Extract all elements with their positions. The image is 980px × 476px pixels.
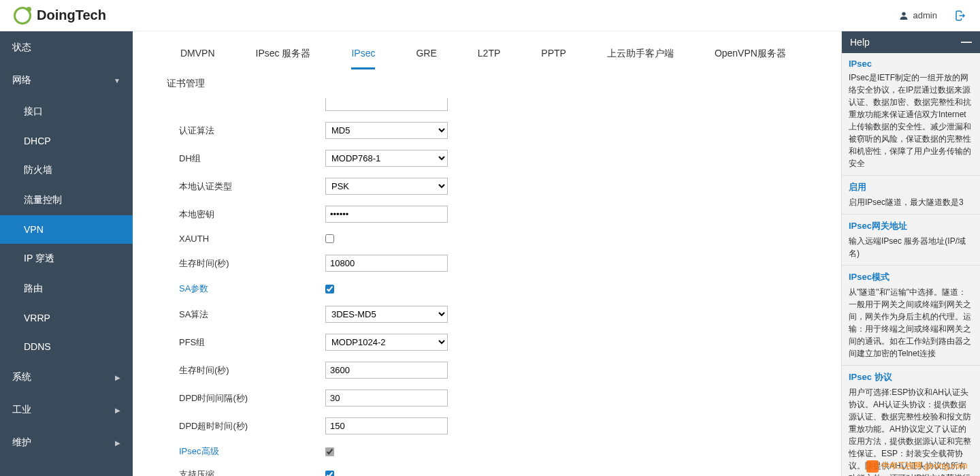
user-icon: [898, 10, 909, 21]
dpd-timeout-input[interactable]: [325, 417, 448, 434]
sidebar-item-vrrp[interactable]: VRRP: [0, 304, 133, 332]
tab-dmvpn[interactable]: DMVPN: [160, 38, 235, 69]
sidebar-item-dhcp[interactable]: DHCP: [0, 127, 133, 155]
sidebar-item-system[interactable]: 系统 ▶: [0, 361, 133, 394]
local-key-input[interactable]: [325, 206, 448, 223]
sa-lifetime-input[interactable]: [325, 362, 448, 379]
dh-group-select[interactable]: MODP768-1: [325, 150, 448, 167]
sidebar-item-maintain[interactable]: 维护 ▶: [0, 426, 133, 459]
sidebar-item-network[interactable]: 网络 ▼: [0, 64, 133, 97]
form-row-dpd-interval: DPD时间间隔(秒): [179, 390, 814, 407]
username: admin: [913, 10, 937, 20]
form-label: SA参数: [179, 283, 325, 295]
auth-algo-select[interactable]: MD5: [325, 122, 448, 139]
sidebar-item-traffic[interactable]: 流量控制: [0, 185, 133, 215]
form-label: 生存时间(秒): [179, 257, 325, 270]
local-auth-type-select[interactable]: PSK: [325, 178, 448, 195]
brand-name: DoingTech: [37, 7, 106, 23]
sidebar-item-ippt[interactable]: IP 穿透: [0, 244, 133, 274]
hidden-top-input[interactable]: [325, 98, 448, 111]
tab-gre[interactable]: GRE: [395, 38, 457, 69]
pfs-group-select[interactable]: MODP1024-2: [325, 334, 448, 351]
ipsec-adv-checkbox[interactable]: [325, 447, 334, 456]
logout-icon[interactable]: [954, 10, 966, 22]
tab-ipsec-server[interactable]: IPsec 服务器: [235, 38, 331, 69]
tab-openvpn[interactable]: OpenVPN服务器: [694, 38, 806, 69]
form-row-dh: DH组 MODP768-1: [179, 150, 814, 167]
content: DMVPN IPsec 服务器 IPsec GRE L2TP PPTP 上云助手…: [133, 31, 841, 476]
sidebar-item-route[interactable]: 路由: [0, 274, 133, 304]
topbar-right: admin: [898, 10, 966, 22]
form-scroll[interactable]: 认证算法 MD5 DH组 MODP768-1 本地认证类型 PSK 本地密钥 X…: [133, 98, 841, 476]
form-row-compress: 支持压缩: [179, 469, 814, 476]
tabs: DMVPN IPsec 服务器 IPsec GRE L2TP PPTP 上云助手…: [133, 31, 841, 69]
sa-params-checkbox[interactable]: [325, 285, 334, 293]
container: 状态 网络 ▼ 接口 DHCP 防火墙 流量控制 VPN IP 穿透 路由 VR…: [0, 31, 980, 476]
form-row-pfs: PFS组 MODP1024-2: [179, 334, 814, 351]
brand-logo: DoingTech: [14, 7, 106, 25]
form-row-sa-lifetime: 生存时间(秒): [179, 362, 814, 379]
tab-l2tp[interactable]: L2TP: [457, 38, 521, 69]
tab-cert-manage[interactable]: 证书管理: [160, 69, 212, 98]
subtabs: 证书管理: [133, 69, 841, 98]
tab-cloud[interactable]: 上云助手客户端: [587, 38, 694, 69]
form-row-ipsec-adv: IPsec高级: [179, 445, 814, 458]
form-label: 本地认证类型: [179, 180, 325, 193]
help-header: Help —: [842, 31, 980, 53]
form-label: DH组: [179, 153, 325, 165]
form-row-local-key: 本地密钥: [179, 206, 814, 223]
form-label: SA算法: [179, 308, 325, 321]
help-section: 启用 启用IPsec隧道，最大隧道数是3: [842, 176, 980, 215]
chevron-right-icon: ▶: [115, 407, 120, 414]
help-section: IPsec模式 从"隧道"和"运输"中选择。隧道：一般用于网关之间或终端到网关之…: [842, 266, 980, 366]
form-label: DPD超时时间(秒): [179, 420, 325, 432]
tab-ipsec[interactable]: IPsec: [331, 38, 395, 69]
chevron-right-icon: ▶: [115, 439, 120, 447]
sidebar-item-status[interactable]: 状态: [0, 31, 133, 64]
sa-algo-select[interactable]: 3DES-MD5: [325, 306, 448, 323]
main: DMVPN IPsec 服务器 IPsec GRE L2TP PPTP 上云助手…: [133, 31, 980, 476]
topbar: DoingTech admin: [0, 0, 980, 31]
form-label: 支持压缩: [179, 469, 325, 476]
help-section: IPsec 协议 用户可选择:ESP协议和AH认证头协议。AH认证头协议：提供数…: [842, 366, 980, 476]
form-label: XAUTH: [179, 234, 325, 244]
help-panel: Help — IPsec IPsec是IETF制定的一组开放的网络安全协议，在I…: [841, 31, 980, 476]
help-section: IPsec IPsec是IETF制定的一组开放的网络安全协议，在IP层通过数据来…: [842, 53, 980, 176]
sidebar: 状态 网络 ▼ 接口 DHCP 防火墙 流量控制 VPN IP 穿透 路由 VR…: [0, 31, 133, 476]
form-row-local-auth: 本地认证类型 PSK: [179, 178, 814, 195]
form-row-dpd-timeout: DPD超时时间(秒): [179, 417, 814, 434]
help-section-text: 启用IPsec隧道，最大隧道数是3: [849, 196, 973, 208]
minimize-icon[interactable]: —: [961, 37, 972, 48]
form-row-xauth: XAUTH: [179, 234, 814, 244]
brand-icon: [14, 7, 31, 25]
xauth-checkbox[interactable]: [325, 234, 334, 243]
sidebar-label: 系统: [12, 371, 31, 383]
svg-point-0: [902, 12, 905, 15]
sidebar-item-firewall[interactable]: 防火墙: [0, 155, 133, 185]
help-section-title: IPsec 协议: [849, 371, 973, 383]
dpd-interval-input[interactable]: [325, 390, 448, 407]
sidebar-label: 状态: [12, 42, 31, 54]
form-row-sa-algo: SA算法 3DES-MD5: [179, 306, 814, 323]
sidebar-item-interface[interactable]: 接口: [0, 97, 133, 127]
help-section-title: IPsec网关地址: [849, 220, 973, 232]
help-section-text: 从"隧道"和"运输"中选择。隧道：一般用于网关之间或终端到网关之间，网关作为身后…: [849, 286, 973, 360]
form-label: 本地密钥: [179, 208, 325, 221]
help-section-title: IPsec: [849, 59, 973, 69]
help-section-title: IPsec模式: [849, 271, 973, 283]
form-row-lifetime: 生存时间(秒): [179, 255, 814, 272]
help-section: IPsec网关地址 输入远端IPsec 服务器地址(IP/域名): [842, 215, 980, 266]
lifetime-input[interactable]: [325, 255, 448, 272]
help-section-text: 输入远端IPsec 服务器地址(IP/域名): [849, 235, 973, 259]
form-label: 生存时间(秒): [179, 364, 325, 377]
sidebar-item-vpn[interactable]: VPN: [0, 215, 133, 244]
sidebar-item-ddns[interactable]: DDNS: [0, 332, 133, 361]
tab-pptp[interactable]: PPTP: [521, 38, 587, 69]
form-row-hidden-input: [179, 98, 814, 111]
form-label: DPD时间间隔(秒): [179, 392, 325, 404]
sidebar-label: 维护: [12, 437, 31, 449]
sidebar-item-industry[interactable]: 工业 ▶: [0, 394, 133, 426]
user-info[interactable]: admin: [898, 10, 937, 21]
compress-checkbox[interactable]: [325, 471, 334, 477]
help-section-title: 启用: [849, 181, 973, 193]
